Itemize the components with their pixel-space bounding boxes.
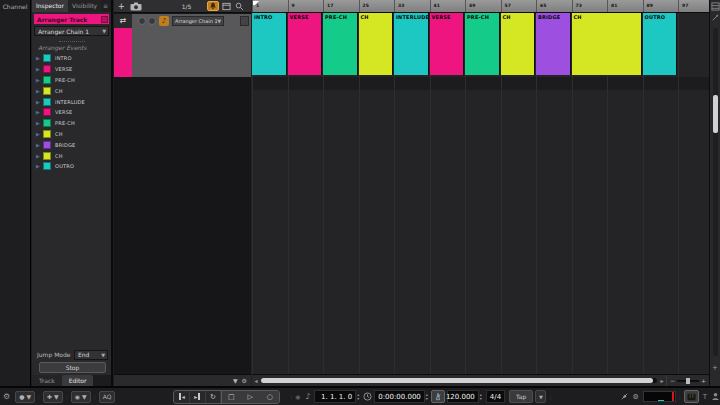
track-chain-select[interactable]: Arranger Chain 1 ▼ [172, 16, 224, 26]
zoom-slider[interactable] [677, 380, 699, 382]
expand-arrow-icon[interactable]: ▶ [36, 142, 43, 148]
arranger-block-ch[interactable]: CH [572, 13, 642, 75]
arranger-block-pre-ch[interactable]: PRE-CH [323, 13, 358, 75]
tap-tempo-button[interactable]: Tap [509, 390, 533, 403]
arranger-track-row[interactable]: ⇄ ♪ Arranger Chain 1 ▼ [114, 14, 251, 77]
crosshair-menu-button[interactable]: ✚ ▼ [43, 391, 63, 403]
expand-arrow-icon[interactable]: ▶ [36, 109, 43, 115]
time-signature-display[interactable]: 4/4 [486, 390, 505, 403]
filter-tracks-icon[interactable] [130, 2, 142, 11]
arranger-block-verse[interactable]: VERSE [288, 13, 323, 75]
arranger-block-intro[interactable]: INTRO [252, 13, 287, 75]
arranger-event-row[interactable]: ▶BRIDGE [36, 139, 109, 150]
zoom-slider-thumb[interactable] [686, 378, 690, 384]
chain-step-select[interactable] [240, 16, 249, 26]
gear-icon[interactable]: ⚙ [242, 376, 247, 385]
clip-indicator[interactable] [672, 392, 674, 401]
expand-arrow-icon[interactable]: ▶ [36, 88, 43, 94]
tempo-display[interactable]: 120.000 [447, 390, 479, 403]
gear-icon[interactable]: ⚙ [632, 392, 638, 402]
arranger-chain-select[interactable]: Arranger Chain 1 ▼ [34, 26, 109, 36]
arranger-event-row[interactable]: ▶INTERLUDE [36, 96, 109, 107]
arranger-block-interlude[interactable]: INTERLUDE [394, 13, 429, 75]
tab-visibility[interactable]: Visibility [68, 0, 101, 12]
keyboard-button[interactable] [684, 390, 699, 403]
spin-down-icon[interactable]: ▾ [426, 397, 428, 400]
add-zone-icon[interactable]: + [710, 364, 720, 372]
arranger-event-row[interactable]: ▶CH [36, 129, 109, 140]
expand-arrow-icon[interactable]: ▶ [36, 120, 43, 126]
timeline-ruler[interactable]: 978981736557494133251791 [252, 0, 709, 13]
event-display[interactable]: INTROVERSEPRE-CHCHINTERLUDEVERSEPRE-CHCH… [252, 13, 709, 374]
panel-menu-icon[interactable]: ≡ [103, 0, 111, 12]
expand-arrow-icon[interactable]: ▶ [36, 99, 43, 105]
metronome-button[interactable] [431, 390, 445, 403]
arranger-event-row[interactable]: ▶PRE-CH [36, 75, 109, 86]
horizontal-scrollbar[interactable] [261, 378, 657, 383]
target-menu-button[interactable]: ◉ ▼ [71, 391, 91, 403]
scroll-right-icon[interactable]: ▸ [658, 377, 666, 384]
add-track-button[interactable]: + [118, 2, 125, 11]
window-layout-icon[interactable] [222, 2, 231, 11]
arranger-track-header[interactable]: Arranger Track [34, 14, 109, 24]
playhead-cursor[interactable] [253, 1, 259, 5]
scrollbar-thumb[interactable] [261, 378, 653, 383]
scrollbar-thumb[interactable] [713, 95, 718, 133]
tempo-stepper[interactable]: ▴▾ [480, 393, 482, 400]
stop-transport-button[interactable]: □ [222, 390, 241, 404]
layout-preset-icon[interactable] [711, 2, 720, 11]
arranger-block-ch[interactable]: CH [501, 13, 536, 75]
goto-previous-marker-button[interactable]: ◂ [174, 390, 190, 404]
spin-down-icon[interactable]: ▾ [480, 397, 482, 400]
tab-editor[interactable]: Editor [62, 375, 94, 386]
arranger-event-row[interactable]: ▶OUTRO [36, 161, 109, 172]
jump-mode-select[interactable]: End ▼ [74, 350, 108, 360]
expand-arrow-icon[interactable]: ▶ [36, 55, 43, 61]
goto-next-marker-button[interactable]: ▸ [190, 390, 206, 404]
zoom-in-icon[interactable]: + [701, 376, 706, 385]
talkback-button[interactable]: T [703, 392, 707, 402]
arranger-event-row[interactable]: ▶CH [36, 85, 109, 96]
expand-arrow-icon[interactable]: ▶ [36, 163, 43, 169]
zoom-out-icon[interactable]: − [670, 376, 675, 385]
arranger-block-outro[interactable]: OUTRO [643, 13, 678, 75]
edit-settings-icon[interactable] [101, 16, 108, 23]
activate-arranger-icon[interactable]: ♪ [159, 16, 169, 26]
spin-down-icon[interactable]: ▾ [357, 397, 359, 400]
arranger-block-pre-ch[interactable]: PRE-CH [465, 13, 500, 75]
expand-arrow-icon[interactable]: ▶ [36, 66, 43, 72]
arranger-event-row[interactable]: ▶VERSE [36, 64, 109, 75]
sync-indicator-icon[interactable]: ◉ [295, 392, 300, 402]
arranger-event-row[interactable]: ▶CH [36, 150, 109, 161]
position-display[interactable]: 1. 1. 1. 0 [314, 390, 357, 403]
arranger-block-verse[interactable]: VERSE [430, 13, 465, 75]
zoom-tool-icon[interactable] [711, 13, 720, 22]
aq-button[interactable]: AQ [99, 391, 116, 403]
gear-icon[interactable]: ⚙ [3, 392, 10, 402]
tempo-menu-button[interactable]: ▼ [535, 390, 546, 403]
position-stepper[interactable]: ▴▾ [357, 393, 359, 400]
arranger-event-row[interactable]: ▶PRE-CH [36, 118, 109, 129]
arranger-event-row[interactable]: ▶VERSE [36, 107, 109, 118]
arranger-block-bridge[interactable]: BRIDGE [536, 13, 571, 75]
time-display[interactable]: 0:00:00.000 [374, 390, 425, 403]
expand-arrow-icon[interactable]: ▶ [36, 131, 43, 137]
tab-inspector[interactable]: Inspector [32, 0, 68, 12]
expand-arrow-icon[interactable]: ▶ [36, 153, 43, 159]
stop-button[interactable]: Stop [39, 362, 106, 373]
user-icon[interactable] [711, 392, 720, 401]
dot-menu-button[interactable]: ● ▼ [15, 391, 35, 403]
record-button[interactable]: ○ [260, 390, 279, 404]
clock-icon[interactable] [363, 392, 372, 401]
arranger-event-row[interactable]: ▶INTRO [36, 53, 109, 64]
chevron-down-icon[interactable]: ▼ [233, 376, 238, 385]
expand-arrow-icon[interactable]: ▶ [36, 77, 43, 83]
scroll-left-icon[interactable]: ◂ [252, 377, 260, 384]
play-button[interactable]: ▷ [241, 390, 260, 404]
arranger-block-ch[interactable]: CH [359, 13, 394, 75]
bell-icon[interactable] [207, 1, 219, 11]
search-icon[interactable] [235, 2, 244, 11]
tab-track[interactable]: Track [32, 375, 62, 386]
fader-icon[interactable] [620, 392, 629, 401]
vertical-scrollbar[interactable] [713, 28, 718, 356]
